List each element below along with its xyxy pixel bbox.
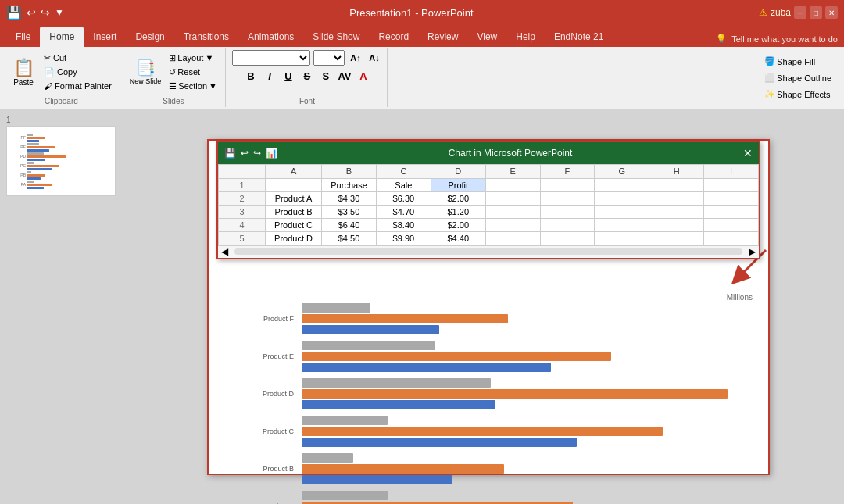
cell-r3-c3[interactable]: $4.70: [376, 205, 431, 218]
ss-scroll-left[interactable]: ◀: [221, 246, 228, 257]
cell-r5-c1[interactable]: Product D: [266, 231, 322, 245]
shape-effects-button[interactable]: ✨ Shape Effects: [761, 88, 835, 101]
cell-r3-c6[interactable]: [540, 205, 595, 218]
close-button[interactable]: ✕: [825, 6, 838, 19]
tab-home[interactable]: Home: [40, 27, 84, 47]
save-icon[interactable]: 💾: [6, 5, 22, 20]
cell-r3-c4[interactable]: $1.20: [431, 205, 485, 218]
cell-r4-c6[interactable]: [540, 218, 595, 231]
tab-design[interactable]: Design: [126, 27, 173, 47]
slide-1-container[interactable]: 1 PFPEPDPCPBPA: [6, 116, 127, 196]
cell-r2-c8[interactable]: [649, 191, 704, 205]
redo-icon[interactable]: ↪: [41, 6, 50, 19]
tab-transitions[interactable]: Transitions: [174, 27, 238, 47]
tab-help[interactable]: Help: [506, 27, 545, 47]
cell-r2-c7[interactable]: [595, 191, 649, 205]
cell-r1-c3[interactable]: Sale: [376, 178, 431, 191]
undo-icon[interactable]: ↩: [27, 6, 36, 19]
tab-file[interactable]: File: [6, 27, 40, 47]
bold-button[interactable]: B: [243, 68, 259, 84]
cell-r1-c2[interactable]: Purchase: [322, 178, 377, 191]
ss-close-button[interactable]: ✕: [743, 147, 753, 159]
cell-r1-c9[interactable]: [704, 178, 759, 191]
tab-insert[interactable]: Insert: [84, 27, 126, 47]
tab-record[interactable]: Record: [369, 27, 418, 47]
ss-hscroll[interactable]: [234, 248, 742, 255]
cell-r3-c8[interactable]: [649, 205, 704, 218]
italic-button[interactable]: I: [262, 68, 277, 84]
format-painter-button[interactable]: 🖌 Format Painter: [41, 80, 115, 92]
cell-r1-c8[interactable]: [649, 178, 704, 191]
minimize-button[interactable]: ─: [794, 6, 806, 19]
cell-r4-c7[interactable]: [595, 218, 649, 231]
cell-r4-c1[interactable]: Product C: [266, 218, 322, 231]
underline-button[interactable]: U: [281, 68, 296, 84]
ss-redo-icon[interactable]: ↪: [253, 148, 261, 159]
cell-r4-c8[interactable]: [649, 218, 704, 231]
cell-r3-c7[interactable]: [595, 205, 649, 218]
tab-slideshow[interactable]: Slide Show: [303, 27, 369, 47]
decrease-font-button[interactable]: A↓: [367, 50, 382, 66]
new-slide-button[interactable]: 📑 New Slide: [127, 57, 165, 87]
shadow-button[interactable]: S: [318, 68, 334, 84]
cell-r2-c5[interactable]: [485, 191, 540, 205]
cell-r5-c4[interactable]: $4.40: [431, 231, 485, 245]
paste-button[interactable]: 📋 Paste: [8, 56, 39, 88]
ss-chart-icon[interactable]: 📊: [266, 148, 277, 159]
cell-r5-c0[interactable]: 5: [219, 231, 266, 245]
cell-r4-c5[interactable]: [485, 218, 540, 231]
customize-icon[interactable]: ▼: [55, 7, 64, 18]
cell-r3-c9[interactable]: [704, 205, 759, 218]
ss-scroll-right[interactable]: ▶: [749, 246, 756, 257]
tell-me-input[interactable]: Tell me what you want to do: [731, 34, 838, 44]
cell-r1-c1[interactable]: [266, 178, 322, 191]
font-family-select[interactable]: [232, 50, 310, 66]
cell-r2-c0[interactable]: 2: [219, 191, 266, 205]
cell-r5-c7[interactable]: [595, 231, 649, 245]
tab-review[interactable]: Review: [418, 27, 467, 47]
cell-r5-c2[interactable]: $4.50: [322, 231, 377, 245]
cell-r4-c2[interactable]: $6.40: [322, 218, 377, 231]
increase-font-button[interactable]: A↑: [348, 50, 363, 66]
font-size-select[interactable]: [313, 50, 345, 66]
cell-r2-c6[interactable]: [540, 191, 595, 205]
tab-endnote[interactable]: EndNote 21: [545, 27, 613, 47]
cell-r1-c0[interactable]: 1: [219, 178, 266, 191]
slide-thumbnail[interactable]: PFPEPDPCPBPA: [6, 126, 116, 196]
tab-animations[interactable]: Animations: [238, 27, 303, 47]
cell-r1-c5[interactable]: [485, 178, 540, 191]
cell-r3-c0[interactable]: 3: [219, 205, 266, 218]
cell-r2-c9[interactable]: [704, 191, 759, 205]
cell-r4-c9[interactable]: [704, 218, 759, 231]
cell-r3-c2[interactable]: $3.50: [322, 205, 377, 218]
cell-r4-c3[interactable]: $8.40: [376, 218, 431, 231]
cell-r3-c5[interactable]: [485, 205, 540, 218]
cell-r5-c3[interactable]: $9.90: [376, 231, 431, 245]
font-color-button[interactable]: A: [356, 68, 371, 84]
cell-r5-c5[interactable]: [485, 231, 540, 245]
section-button[interactable]: ☰ Section ▼: [166, 80, 220, 93]
ss-save-icon[interactable]: 💾: [224, 148, 236, 159]
cell-r2-c1[interactable]: Product A: [266, 191, 322, 205]
cell-r2-c2[interactable]: $4.30: [322, 191, 377, 205]
cut-button[interactable]: ✂ Cut: [41, 52, 115, 65]
cell-r3-c1[interactable]: Product B: [266, 205, 322, 218]
cell-r5-c6[interactable]: [540, 231, 595, 245]
char-spacing-button[interactable]: AV: [337, 68, 352, 84]
shape-fill-button[interactable]: 🪣 Shape Fill: [761, 55, 835, 68]
cell-r2-c4[interactable]: $2.00: [431, 191, 485, 205]
copy-button[interactable]: 📄 Copy: [41, 66, 115, 79]
cell-r4-c0[interactable]: 4: [219, 218, 266, 231]
shape-outline-button[interactable]: ⬜ Shape Outline: [761, 71, 835, 84]
layout-button[interactable]: ⊞ Layout ▼: [166, 52, 220, 65]
ss-undo-icon[interactable]: ↩: [241, 148, 249, 159]
cell-r1-c4[interactable]: Profit: [431, 178, 485, 191]
tab-view[interactable]: View: [467, 27, 506, 47]
cell-r5-c9[interactable]: [704, 231, 759, 245]
cell-r2-c3[interactable]: $6.30: [376, 191, 431, 205]
maximize-button[interactable]: □: [810, 6, 822, 19]
ss-scrollbar[interactable]: ◀ ▶: [218, 245, 759, 258]
cell-r5-c8[interactable]: [649, 231, 704, 245]
cell-r1-c7[interactable]: [595, 178, 649, 191]
cell-r4-c4[interactable]: $2.00: [431, 218, 485, 231]
